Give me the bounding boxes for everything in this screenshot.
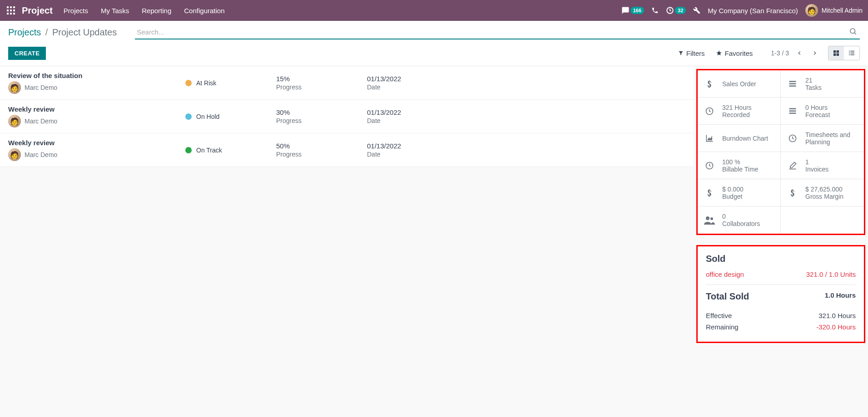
stat-cell[interactable]: Timesheets and Planning	[781, 125, 864, 152]
remaining-label: Remaining	[706, 323, 739, 331]
chat-icon	[621, 6, 630, 15]
list-icon	[848, 49, 855, 57]
svg-rect-21	[789, 81, 796, 82]
apps-icon[interactable]	[5, 5, 16, 16]
update-row[interactable]: Weekly review 🧑 Marc Demo On Track 50% P…	[0, 133, 694, 167]
svg-rect-25	[789, 108, 796, 109]
update-row[interactable]: Review of the situation 🧑 Marc Demo At R…	[0, 66, 694, 100]
nav-projects[interactable]: Projects	[64, 7, 88, 15]
svg-rect-12	[837, 50, 839, 53]
stat-value: 321 Hours	[722, 104, 752, 111]
stat-label: Budget	[722, 193, 744, 200]
update-status: On Track	[196, 147, 222, 154]
svg-rect-19	[849, 54, 850, 55]
update-title: Weekly review	[8, 139, 185, 147]
stat-cell[interactable]: 321 Hours Recorded	[698, 98, 781, 125]
stat-cell[interactable]: 0 Collaborators	[698, 206, 781, 234]
date-value: 01/13/2022	[367, 142, 458, 150]
user-menu[interactable]: 🧑 Mitchell Admin	[805, 4, 863, 17]
sold-item-row: office design 321.0 / 1.0 Units	[706, 270, 856, 278]
stat-label: Burndown Chart	[722, 135, 768, 142]
body-area: Review of the situation 🧑 Marc Demo At R…	[0, 66, 868, 343]
clock-icon	[786, 134, 799, 143]
stat-cell[interactable]: Burndown Chart	[698, 125, 781, 152]
svg-rect-4	[10, 10, 12, 11]
phone-button[interactable]	[651, 7, 659, 14]
stat-cell[interactable]: $ 0.000 Budget	[698, 179, 781, 206]
search-input[interactable]	[135, 25, 860, 39]
favorites-button[interactable]: Favorites	[716, 49, 753, 57]
progress-value: 15%	[276, 75, 367, 83]
search-icon[interactable]	[849, 27, 857, 35]
area-chart-icon	[703, 134, 716, 143]
stat-cell[interactable]: 21 Tasks	[781, 70, 864, 98]
stat-label: Collaborators	[722, 220, 760, 227]
search-area	[135, 25, 860, 39]
svg-rect-23	[789, 85, 796, 87]
create-button[interactable]: CREATE	[8, 47, 46, 60]
svg-rect-18	[850, 53, 854, 54]
pager-prev[interactable]	[794, 48, 804, 58]
stat-value: $ 27,625.000	[805, 186, 843, 193]
progress-label: Progress	[276, 151, 367, 158]
svg-rect-20	[850, 54, 854, 55]
stat-cell[interactable]: $ 27,625.000 Gross Margin	[781, 179, 864, 206]
svg-point-10	[850, 29, 855, 34]
kanban-icon	[833, 49, 840, 57]
stat-cell[interactable]: Sales Order	[698, 70, 781, 98]
date-label: Date	[367, 83, 458, 91]
nav-my-tasks[interactable]: My Tasks	[101, 7, 129, 15]
svg-rect-17	[849, 53, 850, 54]
stat-value: 0 Hours	[805, 104, 830, 111]
remaining-row: Remaining -320.0 Hours	[706, 323, 856, 331]
svg-rect-13	[833, 54, 836, 56]
stat-label: Sales Order	[722, 80, 756, 88]
stat-cell[interactable]: 100 % Billable Time	[698, 152, 781, 179]
stat-label: Billable Time	[722, 166, 758, 173]
update-row[interactable]: Weekly review 🧑 Marc Demo On Hold 30% Pr…	[0, 100, 694, 133]
breadcrumb-root[interactable]: Projects	[8, 27, 41, 37]
star-icon	[716, 50, 722, 56]
pencil-icon	[786, 161, 799, 170]
stat-cell[interactable]: 1 Invoices	[781, 152, 864, 179]
update-author: Marc Demo	[25, 118, 57, 125]
stat-label: Recorded	[722, 111, 752, 118]
pager-text: 1-3 / 3	[771, 49, 789, 57]
stat-cell	[781, 206, 864, 234]
svg-point-31	[710, 217, 713, 220]
company-selector[interactable]: My Company (San Francisco)	[708, 7, 798, 15]
update-author: Marc Demo	[25, 151, 57, 158]
progress-value: 50%	[276, 142, 367, 150]
app-brand[interactable]: Project	[22, 5, 53, 16]
update-status: On Hold	[196, 113, 219, 120]
messages-button[interactable]: 166	[621, 6, 644, 15]
filters-label: Filters	[686, 49, 705, 57]
list-view-button[interactable]	[844, 46, 859, 60]
users-icon	[703, 216, 716, 225]
update-author: Marc Demo	[25, 84, 57, 91]
clock-icon	[703, 161, 716, 170]
svg-rect-11	[833, 50, 836, 53]
svg-rect-5	[13, 10, 15, 11]
dollar-icon	[786, 188, 799, 197]
stat-cell[interactable]: 0 Hours Forecast	[781, 98, 864, 125]
status-dot-icon	[185, 80, 192, 86]
activities-button[interactable]: 32	[666, 6, 686, 15]
nav-reporting[interactable]: Reporting	[142, 7, 171, 15]
pager-next[interactable]	[810, 48, 820, 58]
sold-heading: Sold	[706, 254, 856, 264]
filters-button[interactable]: Filters	[678, 49, 705, 57]
debug-button[interactable]	[693, 7, 700, 14]
stat-value: 0	[722, 213, 760, 220]
effective-label: Effective	[706, 312, 732, 319]
total-sold-heading: Total Sold	[706, 291, 749, 302]
stat-value: $ 0.000	[722, 186, 744, 193]
author-avatar-icon: 🧑	[8, 148, 21, 161]
user-name: Mitchell Admin	[822, 7, 863, 14]
view-switcher	[828, 46, 860, 60]
clock-icon	[666, 6, 674, 15]
kanban-view-button[interactable]	[828, 46, 844, 60]
progress-label: Progress	[276, 117, 367, 124]
nav-configuration[interactable]: Configuration	[184, 7, 224, 15]
favorites-label: Favorites	[725, 49, 753, 57]
